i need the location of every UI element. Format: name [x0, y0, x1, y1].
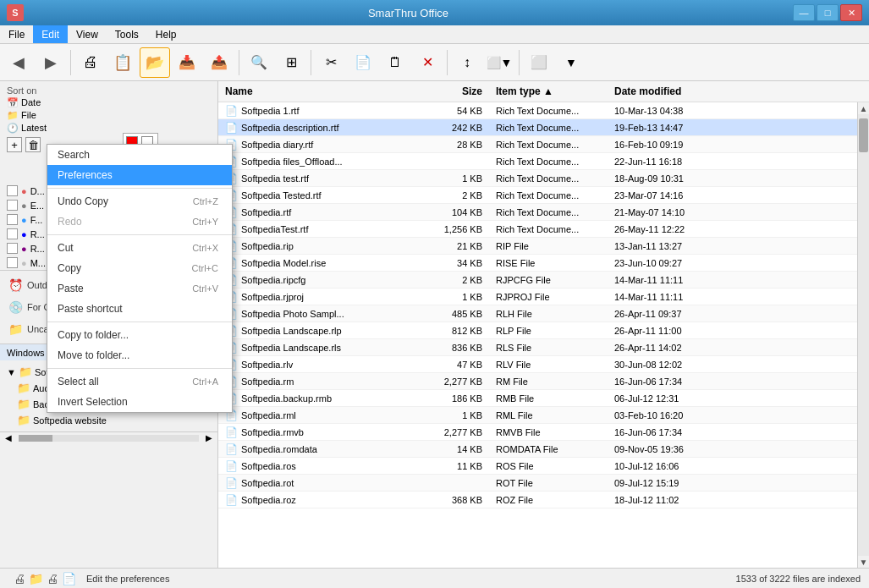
- status-icon-doc[interactable]: 📄: [62, 572, 76, 585]
- file-label: 📁 File: [7, 110, 36, 121]
- edit-dropdown-menu: Search Preferences Undo Copy Ctrl+Z Redo…: [47, 144, 233, 413]
- status-icon-print[interactable]: 🖨: [14, 572, 25, 585]
- minimize-button[interactable]: —: [793, 4, 815, 21]
- table-row[interactable]: 📄Softpedia Tested.rtf 2 KB Rich Text Doc…: [218, 187, 857, 204]
- menu-copy-to-folder[interactable]: Copy to folder...: [47, 325, 232, 345]
- col-header-date[interactable]: Date modified: [608, 84, 743, 99]
- table-row[interactable]: 📄Softpedia.romdata 14 KB ROMDATA File 09…: [218, 441, 857, 458]
- redo-shortcut: Ctrl+Y: [192, 217, 218, 227]
- thumb2-button[interactable]: ▼: [556, 47, 586, 78]
- h-scroll-left[interactable]: ◀: [0, 433, 17, 442]
- table-row[interactable]: 📄Softpedia.rlv 47 KB RLV File 30-Jun-08 …: [218, 356, 857, 373]
- toolbar-sep-3: [311, 50, 311, 75]
- delete-button[interactable]: ✕: [412, 47, 443, 78]
- h-scroll-right[interactable]: ▶: [201, 433, 217, 442]
- table-row[interactable]: 📄Softpedia.rip 21 KB RIP File 13-Jan-11 …: [218, 238, 857, 255]
- scroll-thumb[interactable]: [859, 118, 868, 152]
- menu-move-to-folder[interactable]: Move to folder...: [47, 345, 232, 365]
- table-row[interactable]: 📄Softpedia.backup.rmb 186 KB RMB File 06…: [218, 390, 857, 407]
- table-row[interactable]: 📄Softpedia description.rtf 242 KB Rich T…: [218, 119, 857, 136]
- add-category-button[interactable]: +: [7, 137, 22, 152]
- toolbar-sep-5: [519, 50, 520, 75]
- toolbar-sep-1: [70, 50, 71, 75]
- invert-selection-label: Invert Selection: [58, 396, 128, 408]
- close-button[interactable]: ✕: [840, 4, 862, 21]
- cat-checkbox-1[interactable]: [7, 185, 18, 196]
- cat-checkbox-4[interactable]: [7, 228, 18, 239]
- menu-paste-shortcut[interactable]: Paste shortcut: [47, 299, 232, 319]
- table-row[interactable]: 📄Softpedia Landscape.rlp 812 KB RLP File…: [218, 322, 857, 339]
- menu-cut[interactable]: Cut Ctrl+X: [47, 238, 232, 258]
- table-row[interactable]: 📄Softpedia Model.rise 34 KB RISE File 23…: [218, 255, 857, 272]
- tree-softpedia-website[interactable]: 📁 Softpedia website: [3, 412, 214, 428]
- h-scroll-track: [19, 435, 199, 442]
- menu-search[interactable]: Search: [47, 145, 232, 165]
- scroll-track[interactable]: [858, 114, 869, 556]
- menu-help[interactable]: Help: [147, 25, 185, 43]
- h-scrollbar[interactable]: ◀ ▶: [0, 431, 217, 443]
- right-panel: Name Size Item type ▲ Date modified 📄Sof…: [218, 81, 869, 568]
- table-row[interactable]: 📄Softpedia.rtf 104 KB Rich Text Docume..…: [218, 204, 857, 221]
- menu-preferences[interactable]: Preferences: [47, 165, 232, 185]
- table-row[interactable]: 📄Softpedia.ros 11 KB ROS File 10-Jul-12 …: [218, 458, 857, 475]
- folder-button[interactable]: 📂: [140, 47, 170, 78]
- view-button[interactable]: ⬜▼: [484, 47, 514, 78]
- table-row[interactable]: 📄Softpedia.rjproj 1 KB RJPROJ File 14-Ma…: [218, 289, 857, 305]
- copy-button[interactable]: 📋: [107, 47, 138, 78]
- back-button[interactable]: ◀: [3, 47, 34, 78]
- table-row[interactable]: 📄Softpedia.roz 368 KB ROZ File 18-Jul-12…: [218, 492, 857, 508]
- status-bar: 🖨 📁 🖨 📄 Edit the preferences 1533 of 322…: [0, 568, 869, 588]
- scroll-down-arrow[interactable]: ▼: [858, 556, 869, 568]
- send-button[interactable]: 📤: [204, 47, 234, 78]
- receive-button[interactable]: 📥: [172, 47, 202, 78]
- table-row[interactable]: 📄Softpedia.rm 2,277 KB RM File 16-Jun-06…: [218, 373, 857, 390]
- thumb-button[interactable]: ⬜: [524, 47, 554, 78]
- menu-select-all[interactable]: Select all Ctrl+A: [47, 371, 232, 392]
- table-row[interactable]: 📄Softpedia Landscape.rls 836 KB RLS File…: [218, 339, 857, 356]
- table-row[interactable]: 📄SoftpediaTest.rtf 1,256 KB Rich Text Do…: [218, 221, 857, 238]
- cat-checkbox-2[interactable]: [7, 200, 18, 211]
- table-row[interactable]: 📄Softpedia.rml 1 KB RML File 03-Feb-10 1…: [218, 407, 857, 424]
- menu-edit[interactable]: Edit: [33, 25, 68, 43]
- table-row[interactable]: 📄Softpedia 1.rtf 54 KB Rich Text Docume.…: [218, 102, 857, 119]
- menu-redo[interactable]: Redo Ctrl+Y: [47, 212, 232, 232]
- menu-view[interactable]: View: [68, 25, 107, 43]
- table-row[interactable]: 📄Softpedia.rmvb 2,277 KB RMVB File 16-Ju…: [218, 424, 857, 441]
- maximize-button[interactable]: □: [817, 4, 839, 21]
- table-row[interactable]: 📄Softpedia files_Offload... Rich Text Do…: [218, 153, 857, 170]
- cat-checkbox-5[interactable]: [7, 243, 18, 254]
- table-row[interactable]: 📄Softpedia Photo Sampl... 485 KB RLH Fil…: [218, 305, 857, 322]
- status-icon-folder[interactable]: 📁: [29, 572, 43, 585]
- print-button[interactable]: 🖨: [75, 47, 106, 78]
- menu-tools[interactable]: Tools: [107, 25, 147, 43]
- sort-button[interactable]: ↕: [452, 47, 482, 78]
- grid-button[interactable]: ⊞: [276, 47, 306, 78]
- scroll-up-arrow[interactable]: ▲: [858, 102, 869, 114]
- col-header-type[interactable]: Item type ▲: [489, 84, 608, 99]
- cut-button[interactable]: ✂: [316, 47, 346, 78]
- delete-category-button[interactable]: 🗑: [25, 137, 41, 152]
- menu-invert-selection[interactable]: Invert Selection: [47, 392, 232, 412]
- table-row[interactable]: 📄Softpedia.ripcfg 2 KB RJPCFG File 14-Ma…: [218, 272, 857, 289]
- menu-file[interactable]: File: [0, 25, 33, 43]
- file-icon: 📄: [225, 122, 238, 134]
- folder-icon-backup: 📁: [17, 398, 30, 410]
- status-icon-printer2[interactable]: 🖨: [47, 572, 58, 585]
- copy2-button[interactable]: 📄: [348, 47, 378, 78]
- table-row[interactable]: 📄Softpedia test.rtf 1 KB Rich Text Docum…: [218, 170, 857, 187]
- search-button[interactable]: 🔍: [244, 47, 274, 78]
- table-row[interactable]: 📄Softpedia.rot ROT File 09-Jul-12 15:19: [218, 475, 857, 492]
- menu-copy[interactable]: Copy Ctrl+C: [47, 258, 232, 278]
- file-list-header: Name Size Item type ▲ Date modified: [218, 81, 869, 102]
- menu-paste[interactable]: Paste Ctrl+V: [47, 278, 232, 299]
- paste-button[interactable]: 🗒: [380, 47, 410, 78]
- forward-button[interactable]: ▶: [36, 47, 66, 78]
- menu-sep-3: [47, 321, 232, 322]
- col-header-name[interactable]: Name: [218, 84, 421, 99]
- col-header-size[interactable]: Size: [421, 84, 489, 99]
- menu-undo[interactable]: Undo Copy Ctrl+Z: [47, 191, 232, 212]
- v-scrollbar[interactable]: ▲ ▼: [857, 102, 869, 568]
- table-row[interactable]: 📄Softpedia diary.rtf 28 KB Rich Text Doc…: [218, 136, 857, 153]
- cat-checkbox-6[interactable]: [7, 257, 18, 268]
- cat-checkbox-3[interactable]: [7, 214, 18, 225]
